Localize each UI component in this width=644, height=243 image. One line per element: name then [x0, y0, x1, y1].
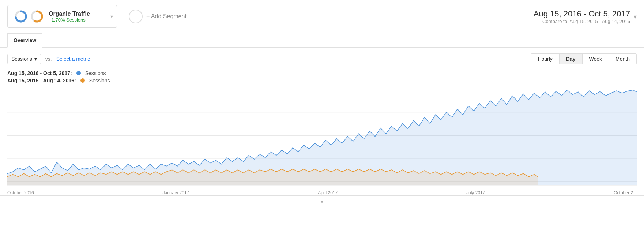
legend-dot-blue [76, 71, 81, 75]
x-label-3: July 2017 [466, 190, 485, 195]
select-metric-link[interactable]: Select a metric [56, 56, 90, 62]
date-range-section[interactable]: Aug 15, 2016 - Oct 5, 2017 Compare to: A… [534, 9, 637, 24]
x-label-0: October 2016 [7, 190, 34, 195]
date-primary: Aug 15, 2016 - Oct 5, 2017 [534, 9, 630, 19]
segment-name: Organic Traffic [49, 11, 90, 17]
scrollbar-area: ▾ [0, 195, 644, 206]
legend-date-2: Aug 15, 2015 - Aug 14, 2016: [7, 78, 76, 83]
chart-controls: Sessions ▾ vs. Select a metric Hourly Da… [0, 48, 644, 67]
top-bar: Organic Traffic +1.70% Sessions ▾ + Add … [0, 0, 644, 33]
compare-label: Compare to: [542, 19, 569, 24]
date-chevron-icon: ▾ [634, 13, 637, 20]
scroll-chevron-icon[interactable]: ▾ [321, 199, 323, 205]
blue-donut-icon [14, 9, 28, 24]
orange-donut-icon [30, 9, 44, 24]
legend-label-1: Sessions [85, 70, 106, 76]
segment-stat: +1.70% Sessions [49, 17, 90, 23]
legend-date-1: Aug 15, 2016 - Oct 5, 2017: [7, 70, 72, 76]
vs-label: vs. [45, 56, 52, 62]
date-range-text: Aug 15, 2016 - Oct 5, 2017 Compare to: A… [534, 9, 630, 24]
legend-row-1: Aug 15, 2016 - Oct 5, 2017: Sessions [7, 70, 637, 76]
legend-label-2: Sessions [89, 78, 110, 83]
day-button[interactable]: Day [559, 54, 582, 64]
compare-date: Aug 15, 2015 - Aug 14, 2016 [569, 19, 630, 24]
week-button[interactable]: Week [582, 54, 609, 64]
chart-svg [7, 90, 637, 189]
legend-row-2: Aug 15, 2015 - Aug 14, 2016: Sessions [7, 78, 637, 83]
add-segment-label: + Add Segment [146, 13, 187, 20]
x-label-4: October 2... [614, 190, 637, 195]
segment-chevron-icon: ▾ [110, 14, 113, 19]
date-compare: Compare to: Aug 15, 2015 - Aug 14, 2016 [534, 19, 630, 24]
hourly-button[interactable]: Hourly [531, 54, 559, 64]
x-label-2: April 2017 [318, 190, 338, 195]
add-segment-button[interactable]: + Add Segment [123, 6, 192, 27]
donut-icons [14, 9, 44, 24]
x-label-1: January 2017 [163, 190, 189, 195]
legend-area: Aug 15, 2016 - Oct 5, 2017: Sessions Aug… [0, 67, 644, 86]
dropdown-arrow-icon: ▾ [34, 56, 37, 62]
chart-area [0, 86, 644, 189]
add-segment-circle-icon [129, 10, 143, 23]
metric-selector: Sessions ▾ vs. Select a metric [7, 54, 90, 64]
tabs-bar: Overview [0, 33, 644, 48]
month-button[interactable]: Month [609, 54, 636, 64]
segment-left: Organic Traffic +1.70% Sessions ▾ + Add … [7, 5, 192, 28]
sessions-dropdown[interactable]: Sessions ▾ [7, 54, 41, 64]
metric-label: Sessions [11, 56, 32, 62]
time-buttons: Hourly Day Week Month [531, 53, 637, 64]
segment-info: Organic Traffic +1.70% Sessions [49, 11, 90, 23]
segment-card[interactable]: Organic Traffic +1.70% Sessions ▾ [7, 5, 117, 28]
tab-overview[interactable]: Overview [7, 33, 42, 48]
legend-dot-orange [80, 78, 85, 83]
